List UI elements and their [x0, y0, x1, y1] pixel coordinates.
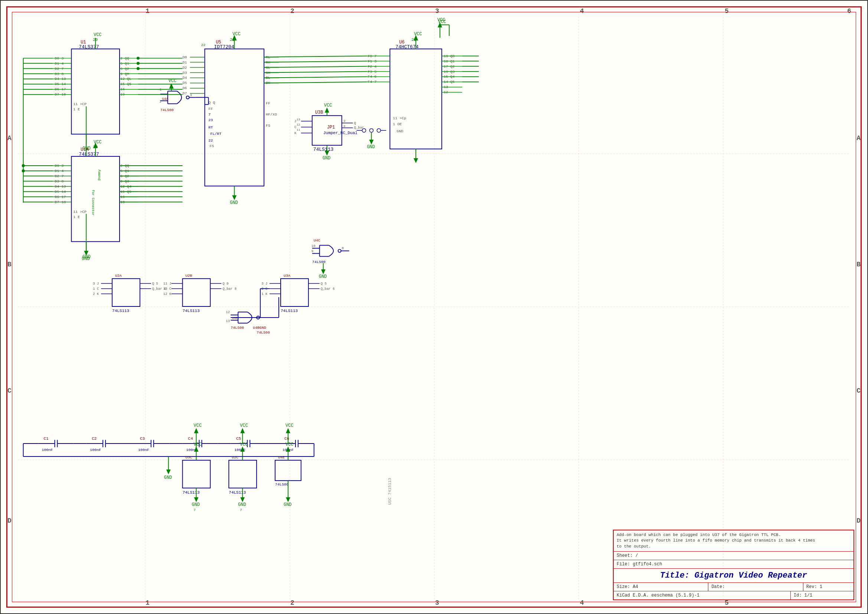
file-value: gtfifo4.sch — [632, 562, 662, 567]
svg-text:1  OE: 1 OE — [393, 122, 402, 126]
svg-text:VCC: VCC — [285, 442, 294, 447]
svg-rect-326 — [229, 460, 257, 488]
svg-text:74LS377: 74LS377 — [79, 152, 99, 157]
svg-text:22: 22 — [201, 43, 206, 47]
svg-text:100nF: 100nF — [138, 448, 149, 452]
size-cell: Size: A4 — [614, 583, 708, 591]
svg-text:GND: GND — [82, 256, 90, 261]
svg-text:D3: D3 — [183, 71, 187, 75]
svg-text:1   E: 1 E — [73, 107, 80, 112]
svg-text:VCC: VCC — [169, 78, 177, 84]
svg-text:J: J — [294, 120, 296, 123]
svg-text:GND: GND — [238, 502, 246, 507]
svg-text:U4BGND: U4BGND — [253, 326, 266, 330]
svg-text:VCC: VCC — [240, 423, 248, 428]
svg-text:12: 12 — [297, 123, 300, 126]
svg-text:Q 5: Q 5 — [321, 282, 327, 286]
svg-marker-458 — [166, 469, 171, 474]
svg-text:12 K: 12 K — [163, 292, 172, 296]
svg-text:C1: C1 — [44, 437, 49, 441]
desc-line1: Add-on board which can be plugged into U… — [617, 533, 781, 537]
svg-text:VCC: VCC — [93, 140, 102, 145]
U1A-component: U1A 74LS377 20 D0 3 D1 4 D2 7 D3 8 D4 13… — [53, 140, 138, 261]
svg-point-184 — [186, 96, 189, 99]
svg-text:VCC: VCC — [93, 32, 102, 37]
svg-text:D0: D0 — [183, 55, 187, 59]
id-value: Id: 1/1 — [794, 593, 812, 598]
rev-value: Rev: 1 — [806, 584, 822, 589]
file-cell: File: gtfifo4.sch — [614, 560, 854, 568]
svg-text:FF: FF — [208, 107, 213, 111]
svg-text:GND: GND — [397, 129, 403, 133]
svg-marker-406 — [325, 151, 329, 155]
svg-text:7: 7 — [208, 113, 211, 117]
svg-marker-403 — [325, 107, 329, 113]
svg-text:D7: D7 — [183, 92, 187, 95]
U5-component: U5 IDT7204 22 VCC D0 D1 D2 D3 D4 D5 D6 D… — [183, 31, 279, 205]
svg-text:U4C: U4C — [314, 238, 320, 242]
svg-text:1: 1 — [160, 88, 161, 92]
svg-text:FF: FF — [266, 101, 270, 106]
svg-text:D4: D4 — [183, 76, 187, 80]
U3A-component: U3A 74LS113 3 J 2 C 1 K Q 5 Q_bar 6 — [261, 274, 335, 313]
U2A-component: U2A 74LS113 3 J 1 C 2 K Q 5 Q_bar 6 — [93, 274, 166, 313]
svg-text:VCC: VCC — [324, 103, 332, 108]
svg-marker-446 — [286, 428, 290, 433]
svg-text:HF/XO: HF/XO — [266, 113, 277, 117]
svg-text:VCC: VCC — [240, 442, 248, 447]
svg-text:U4E: U4E — [278, 455, 285, 460]
svg-text:11 >Cp: 11 >Cp — [393, 116, 406, 120]
svg-text:3: 3 — [170, 84, 172, 88]
svg-text:Q: Q — [354, 121, 356, 125]
U4E-component: U4E 74LS00 VCC GND — [275, 442, 301, 507]
svg-rect-336 — [275, 460, 301, 481]
svg-text:74LS00: 74LS00 — [257, 331, 270, 335]
svg-text:2  K: 2 K — [93, 292, 99, 296]
svg-marker-217 — [369, 140, 374, 145]
svg-text:22: 22 — [208, 138, 213, 143]
svg-line-356 — [264, 61, 367, 62]
sheet-cell: Sheet: / — [614, 552, 854, 560]
svg-text:VCC: VCC — [194, 442, 202, 447]
svg-text:Q_bar 6: Q_bar 6 — [321, 287, 335, 291]
svg-text:1   E: 1 E — [73, 215, 80, 219]
svg-text:C4: C4 — [188, 437, 194, 441]
svg-marker-443 — [240, 428, 245, 433]
svg-text:for Connector: for Connector — [91, 190, 95, 216]
svg-text:11 >CP: 11 >CP — [73, 210, 87, 214]
svg-text:GND: GND — [284, 502, 292, 507]
svg-text:GND: GND — [322, 155, 331, 161]
U4BGND-component: U4BGND 74LS00 — [253, 326, 270, 335]
svg-text:74LS113: 74LS113 — [112, 309, 129, 313]
svg-text:GND: GND — [164, 475, 172, 480]
svg-text:74HCT674: 74HCT674 — [395, 44, 418, 50]
svg-text:3  J: 3 J — [93, 282, 99, 286]
svg-text:Q 9: Q 9 — [222, 282, 228, 286]
svg-rect-42 — [71, 156, 119, 241]
svg-point-365 — [136, 67, 140, 70]
svg-marker-333 — [240, 497, 245, 502]
svg-text:GND: GND — [319, 274, 327, 279]
svg-marker-323 — [194, 497, 198, 502]
svg-text:74LS113: 74LS113 — [313, 147, 333, 152]
svg-point-364 — [136, 62, 140, 65]
date-cell: Date: — [708, 583, 803, 591]
sheet-value: / — [635, 553, 638, 558]
svg-rect-316 — [183, 460, 211, 488]
svg-text:100nF: 100nF — [42, 448, 53, 452]
title-block: Add-on board which can be plugged into U… — [613, 530, 854, 600]
svg-marker-409 — [321, 269, 326, 274]
svg-text:C3: C3 — [140, 437, 145, 441]
svg-text:Q 5: Q 5 — [152, 282, 158, 286]
U2B-component: U2B 74LS113 11 J 13 C 12 K Q 9 Q_bar 8 — [163, 274, 237, 313]
svg-text:VCC: VCC — [438, 19, 446, 25]
svg-rect-258 — [281, 278, 308, 306]
svg-text:8: 8 — [342, 247, 344, 250]
svg-line-357 — [264, 67, 367, 68]
USC-text: USC 7415113 — [388, 478, 392, 504]
svg-text:FS: FS — [266, 124, 270, 128]
svg-text:Dummy: Dummy — [97, 169, 101, 180]
svg-text:74LS00: 74LS00 — [275, 482, 288, 487]
svg-text:D2: D2 — [183, 66, 187, 70]
svg-text:11: 11 — [297, 128, 300, 132]
